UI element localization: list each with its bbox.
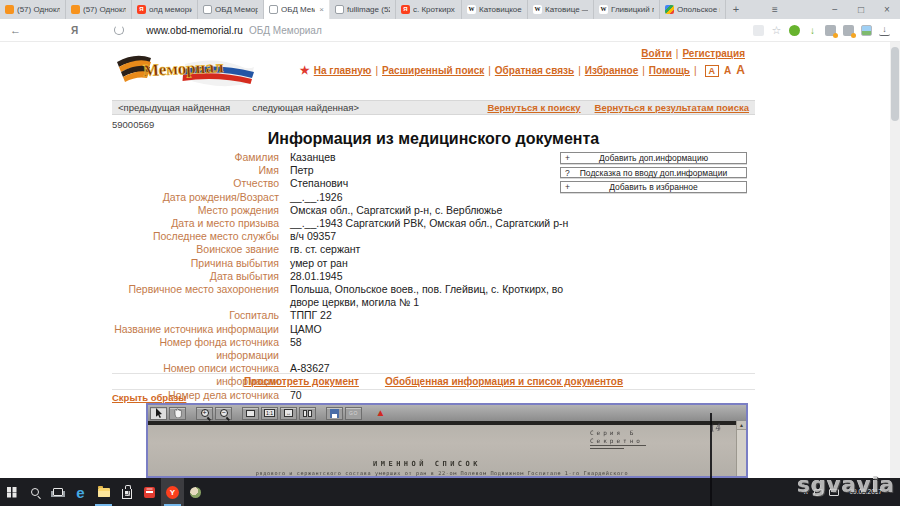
fit-page-icon[interactable]: [242, 407, 259, 420]
nav-home-link[interactable]: На главную: [314, 65, 372, 76]
fit-width-icon[interactable]: ↔: [280, 407, 297, 420]
separator: |: [484, 65, 495, 76]
question-icon: ?: [565, 168, 570, 178]
field-row: Дата и место призыва__.__.1943 Саргатски…: [110, 217, 590, 230]
watermark: sgvavia: [798, 473, 895, 497]
nav-advanced-search-link[interactable]: Расширенный поиск: [382, 65, 484, 76]
file-explorer-button[interactable]: [92, 478, 115, 506]
scan-viewer: + − 1:1 ↔ GO ▲ Серия Б Секретно 14: [146, 403, 748, 478]
nav-help-link[interactable]: Помощь: [649, 65, 690, 76]
pointer-icon[interactable]: [150, 407, 167, 420]
tab-wikipedia-1[interactable]: WКатовицкое в: [462, 0, 528, 19]
extension-badge-icon-2[interactable]: [843, 25, 854, 36]
adguard-icon[interactable]: [789, 25, 800, 36]
close-button[interactable]: ×: [874, 0, 900, 19]
download-icon[interactable]: ↓: [879, 25, 890, 36]
wikipedia-icon: W: [533, 5, 542, 14]
browser-tab-bar: (57) Однокла (57) Однокла Яолд мемориа О…: [0, 0, 900, 19]
tab-label: олд мемориа: [149, 5, 192, 14]
hand-icon[interactable]: [169, 407, 186, 420]
viewer-scrollbar[interactable]: ▲: [736, 421, 746, 476]
app-button[interactable]: [184, 478, 207, 506]
window-controls: ≡ − □ ×: [762, 0, 900, 19]
save-icon[interactable]: [326, 407, 343, 420]
odnoklassniki-icon: [71, 5, 80, 14]
minimize-button[interactable]: −: [822, 0, 848, 19]
url-text[interactable]: www.obd-memorial.ru: [146, 25, 243, 36]
add-favorite-button[interactable]: +Добавить в избранное: [560, 181, 747, 193]
separator: |: [638, 65, 649, 76]
tab-obd-memorial-active[interactable]: ОБД Мемо×: [264, 0, 330, 19]
zoom-out-icon[interactable]: −: [215, 407, 232, 420]
next-found-link[interactable]: следующая найденная>: [252, 102, 359, 113]
field-value: ТППГ 22: [290, 309, 578, 322]
bookmark-star-icon[interactable]: ☆: [771, 25, 782, 36]
yandex-browser-button[interactable]: Y: [161, 478, 184, 506]
two-pages-icon[interactable]: [299, 407, 316, 420]
tab-krotkirh[interactable]: Яс. Кроткирх —: [396, 0, 462, 19]
field-label: Имя: [110, 164, 290, 177]
edge-button[interactable]: e: [69, 478, 92, 506]
plus-icon: +: [565, 182, 570, 192]
page-scrollbar[interactable]: [890, 42, 900, 478]
actual-size-icon[interactable]: 1:1: [261, 407, 278, 420]
hint-button[interactable]: ?Подсказка по вводу доп.информации: [560, 167, 747, 179]
nav-favorites-link[interactable]: Избранное: [585, 65, 639, 76]
go-icon[interactable]: GO: [345, 407, 362, 420]
screenshot-icon[interactable]: [861, 25, 872, 36]
page-scrollbar-thumb[interactable]: [891, 47, 899, 121]
tab-wikipedia-2[interactable]: WКатовице — Б: [528, 0, 594, 19]
scan-body-text: рядового и сержантского состава умерших …: [188, 470, 696, 476]
new-tab-button[interactable]: +: [726, 0, 746, 19]
font-size-medium-button[interactable]: А: [724, 65, 731, 76]
tab-odnoklassniki-1[interactable]: (57) Однокла: [0, 0, 66, 19]
field-label: Причина выбытия: [110, 257, 290, 270]
zoom-in-icon[interactable]: +: [196, 407, 213, 420]
windows-logo-icon: [7, 487, 12, 492]
hide-images-link[interactable]: Скрыть образы: [112, 392, 186, 403]
view-document-link[interactable]: Просмотреть документ: [244, 376, 359, 387]
back-to-search-link[interactable]: Вернуться к поиску: [487, 102, 580, 113]
field-value: Казанцев: [290, 151, 578, 164]
memorial-logo[interactable]: Мемориал: [115, 48, 265, 90]
maximize-button[interactable]: □: [848, 0, 874, 19]
nav-feedback-link[interactable]: Обратная связь: [495, 65, 574, 76]
login-link[interactable]: Войти: [641, 48, 672, 59]
register-link[interactable]: Регистрация: [682, 48, 745, 59]
savefrom-icon[interactable]: ↓: [807, 25, 818, 36]
back-button[interactable]: ←: [0, 24, 31, 36]
extension-icon[interactable]: [753, 25, 764, 36]
scroll-up-icon[interactable]: ▲: [737, 421, 746, 430]
prev-found-link[interactable]: <предыдущая найденная: [118, 102, 230, 113]
task-view-button[interactable]: [46, 478, 69, 506]
tab-wikipedia-3[interactable]: WГливицкий по: [594, 0, 660, 19]
add-info-button[interactable]: +Добавить доп.информацию: [560, 152, 747, 164]
field-value: 28.01.1945: [290, 270, 578, 283]
odnoklassniki-icon: [5, 5, 14, 14]
browser-menu-icon[interactable]: ≡: [762, 0, 788, 19]
summary-link[interactable]: Обобщенная информация и список документо…: [385, 376, 623, 387]
scanned-document[interactable]: Серия Б Секретно 14 ИМЕННОЙ СПИСОК рядов…: [148, 421, 746, 476]
field-value: 58: [290, 336, 578, 362]
yandex-button[interactable]: Я: [31, 25, 106, 36]
close-tab-icon[interactable]: ×: [318, 5, 324, 14]
start-button[interactable]: [0, 478, 23, 506]
extension-badge-icon-1[interactable]: [825, 25, 836, 36]
tab-odnoklassniki-2[interactable]: (57) Однокла: [66, 0, 132, 19]
field-value: Степанович: [290, 177, 578, 190]
font-size-small-button[interactable]: А: [705, 65, 720, 77]
search-icon: [31, 488, 39, 496]
tab-old-memorial[interactable]: Яолд мемориа: [132, 0, 198, 19]
document-links-row: Просмотреть документ Обобщенная информац…: [112, 373, 755, 390]
taskbar-search-button[interactable]: [23, 478, 46, 506]
back-to-results-link[interactable]: Вернуться к результатам поиска: [595, 102, 749, 113]
store-button[interactable]: [115, 478, 138, 506]
tab-maps[interactable]: Опольское во: [660, 0, 726, 19]
refresh-icon[interactable]: [114, 25, 124, 35]
font-size-large-button[interactable]: А: [736, 63, 745, 77]
red-app-button[interactable]: [138, 478, 161, 506]
tab-fullimage[interactable]: fullimage (523: [330, 0, 396, 19]
pdf-icon[interactable]: ▲: [372, 407, 389, 420]
tab-obd-memorial-1[interactable]: ОБД Мемори: [198, 0, 264, 19]
separator: |: [690, 65, 701, 76]
